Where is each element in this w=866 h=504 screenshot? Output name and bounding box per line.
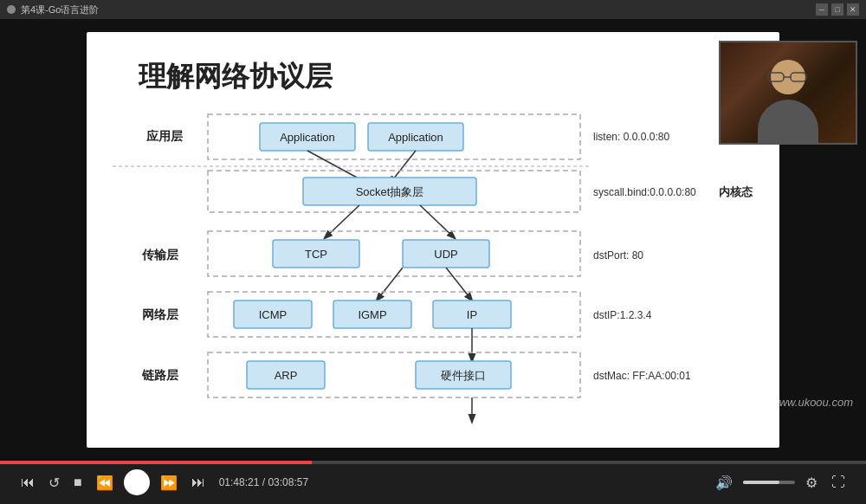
diagram: Application Application listen: 0.0.0.0:…: [113, 110, 753, 439]
svg-text:Socket抽象层: Socket抽象层: [356, 185, 424, 198]
total-time: 03:08:57: [268, 476, 308, 488]
slide-title: 理解网络协议层: [87, 32, 779, 105]
svg-rect-18: [273, 240, 359, 268]
window-title: 第4课-Go语言进阶: [21, 3, 99, 16]
svg-line-24: [446, 268, 472, 300]
glasses-icon: [766, 70, 810, 84]
webcam-video: [721, 42, 856, 143]
volume-fill: [743, 481, 779, 484]
svg-text:IGMP: IGMP: [358, 308, 386, 321]
svg-text:传输层: 传输层: [141, 248, 179, 262]
forward-button[interactable]: ⏩: [157, 473, 181, 493]
window-controls[interactable]: ─ □ ✕: [816, 3, 859, 16]
window-icon: [7, 5, 16, 14]
stop-button[interactable]: ■: [70, 473, 86, 492]
person-body: [758, 100, 818, 143]
svg-rect-34: [208, 352, 580, 397]
time-display: 01:48:21 / 03:08:57: [219, 476, 308, 488]
svg-rect-0: [208, 114, 580, 159]
back-button[interactable]: ↺: [45, 473, 63, 493]
svg-text:网络层: 网络层: [142, 307, 179, 321]
prev-button[interactable]: ⏮: [17, 473, 38, 492]
title-bar-left: 第4课-Go语言进阶: [7, 3, 99, 16]
svg-rect-9: [208, 171, 580, 212]
svg-text:ARP: ARP: [275, 369, 298, 382]
slide: 理解网络协议层 Application Application listen: …: [87, 32, 779, 448]
settings-button[interactable]: ⚙: [802, 473, 821, 493]
svg-rect-46: [791, 73, 806, 81]
diagram-svg: Application Application listen: 0.0.0.0:…: [113, 110, 753, 439]
svg-rect-28: [333, 300, 411, 328]
watermark: www.ukoou.com: [771, 396, 853, 409]
svg-rect-30: [433, 300, 511, 328]
play-pause-button[interactable]: [124, 469, 150, 495]
svg-text:TCP: TCP: [305, 248, 327, 261]
svg-text:IP: IP: [467, 308, 477, 321]
next-button[interactable]: ⏭: [188, 473, 209, 492]
svg-text:dstPort: 80: dstPort: 80: [593, 249, 643, 262]
svg-text:硬件接口: 硬件接口: [441, 369, 486, 382]
svg-text:ICMP: ICMP: [259, 308, 288, 321]
svg-rect-35: [247, 361, 325, 389]
svg-rect-10: [303, 178, 476, 205]
svg-rect-26: [234, 300, 312, 328]
progress-bar[interactable]: [0, 461, 866, 464]
svg-text:listen: 0.0.0.0:80: listen: 0.0.0.0:80: [593, 131, 669, 143]
svg-line-6: [307, 151, 368, 184]
title-bar: 第4课-Go语言进阶 ─ □ ✕: [0, 0, 866, 19]
svg-rect-25: [208, 292, 580, 337]
svg-text:应用层: 应用层: [145, 129, 184, 143]
svg-rect-1: [260, 123, 355, 151]
svg-text:Application: Application: [280, 131, 335, 144]
svg-line-23: [377, 268, 403, 300]
pause-icon: [132, 476, 141, 488]
svg-line-15: [325, 205, 359, 238]
rewind-button[interactable]: ⏪: [93, 473, 117, 493]
svg-text:dstIP:1.2.3.4: dstIP:1.2.3.4: [593, 309, 652, 321]
control-bar: ⏮ ↺ ■ ⏪ ⏩ ⏭ 01:48:21 / 03:08:57 🔊 ⚙ ⛶: [0, 461, 866, 504]
minimize-button[interactable]: ─: [816, 3, 828, 16]
svg-rect-37: [416, 361, 511, 389]
volume-button[interactable]: 🔊: [712, 473, 736, 493]
webcam-overlay: [719, 41, 857, 145]
svg-rect-45: [768, 73, 784, 81]
svg-text:链路层: 链路层: [141, 368, 179, 382]
current-time: 01:48:21: [219, 476, 260, 488]
svg-rect-3: [368, 123, 463, 151]
video-container: 理解网络协议层 Application Application listen: …: [0, 19, 866, 461]
maximize-button[interactable]: □: [831, 3, 843, 16]
svg-text:UDP: UDP: [434, 248, 457, 261]
volume-slider[interactable]: [743, 481, 795, 484]
svg-text:dstMac: FF:AA:00:01: dstMac: FF:AA:00:01: [593, 370, 691, 382]
svg-rect-17: [208, 231, 580, 276]
svg-rect-20: [403, 240, 489, 268]
svg-text:Application: Application: [388, 131, 443, 144]
progress-bar-fill: [0, 461, 312, 464]
fullscreen-button[interactable]: ⛶: [828, 473, 849, 492]
svg-line-7: [390, 151, 416, 184]
svg-text:内核态: 内核态: [719, 185, 753, 198]
close-button[interactable]: ✕: [847, 3, 859, 16]
svg-line-16: [420, 205, 455, 238]
svg-text:syscall.bind:0.0.0.0:80: syscall.bind:0.0.0.0:80: [593, 186, 696, 198]
